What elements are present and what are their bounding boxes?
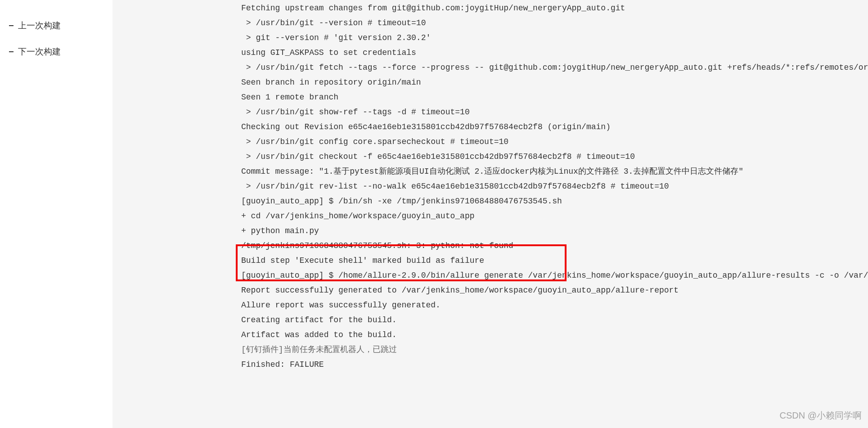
prev-build-label: 上一次构建 (18, 20, 61, 32)
console-line: > /usr/bin/git rev-list --no-walk e65c4a… (241, 179, 868, 194)
next-build-link[interactable]: 下一次构建 (0, 39, 112, 65)
console-line: /tmp/jenkins9710684880476753545.sh: 3: p… (241, 239, 868, 253)
console-line: Fetching upstream changes from git@githu… (241, 1, 868, 16)
console-output: Fetching upstream changes from git@githu… (241, 0, 868, 372)
console-line: > /usr/bin/git config core.sparsecheckou… (241, 135, 868, 149)
console-line: [guoyin_auto_app] $ /bin/sh -xe /tmp/jen… (241, 194, 868, 209)
console-line: Artifact was added to the build. (241, 328, 868, 342)
console-line: Seen branch in repository origin/main (241, 75, 868, 90)
console-line: > /usr/bin/git show-ref --tags -d # time… (241, 105, 868, 120)
console-line: Creating artifact for the build. (241, 313, 868, 328)
prev-build-link[interactable]: 上一次构建 (0, 13, 112, 39)
console-line: Seen 1 remote branch (241, 90, 868, 105)
console-line: Report successfully generated to /var/je… (241, 283, 868, 298)
console-line: + python main.py (241, 224, 868, 239)
console-line: Allure report was successfully generated… (241, 298, 868, 313)
console-line: Finished: FAILURE (241, 357, 868, 372)
next-build-label: 下一次构建 (18, 46, 61, 58)
console-line: [钉钉插件]当前任务未配置机器人，已跳过 (241, 342, 868, 357)
console-line: using GIT_ASKPASS to set credentials (241, 45, 868, 60)
console-line: > /usr/bin/git checkout -f e65c4ae16eb1e… (241, 149, 868, 164)
console-line: > git --version # 'git version 2.30.2' (241, 31, 868, 45)
prev-arrow-icon (9, 25, 13, 26)
console-line: > /usr/bin/git --version # timeout=10 (241, 16, 868, 31)
console-line: Commit message: "1.基于pytest新能源项目UI自动化测试 … (241, 164, 868, 179)
console-line: > /usr/bin/git fetch --tags --force --pr… (241, 60, 868, 75)
sidebar: 上一次构建 下一次构建 (0, 0, 112, 428)
console-line: Build step 'Execute shell' marked build … (241, 253, 868, 268)
console-line: Checking out Revision e65c4ae16eb1e31580… (241, 120, 868, 135)
console-line: [guoyin_auto_app] $ /home/allure-2.9.0/b… (241, 268, 868, 283)
console-line: + cd /var/jenkins_home/workspace/guoyin_… (241, 209, 868, 224)
watermark: CSDN @小赖同学啊 (779, 410, 862, 422)
next-arrow-icon (9, 51, 13, 52)
